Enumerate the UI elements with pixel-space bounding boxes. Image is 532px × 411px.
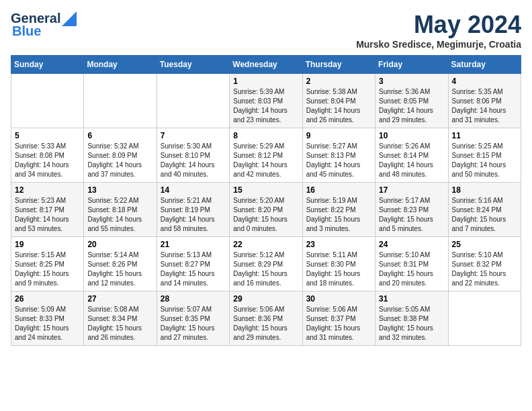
day-info: Sunrise: 5:17 AM Sunset: 8:23 PM Dayligh… [379, 196, 444, 234]
day-number: 13 [87, 185, 152, 195]
calendar-day-1: 1Sunrise: 5:39 AM Sunset: 8:03 PM Daylig… [230, 74, 302, 128]
day-number: 15 [233, 185, 298, 195]
day-number: 3 [379, 77, 444, 86]
calendar-day-16: 16Sunrise: 5:19 AM Sunset: 8:22 PM Dayli… [302, 183, 375, 237]
calendar-day-3: 3Sunrise: 5:36 AM Sunset: 8:05 PM Daylig… [375, 74, 448, 128]
calendar-day-5: 5Sunrise: 5:33 AM Sunset: 8:08 PM Daylig… [11, 128, 84, 183]
title-block: May 2024 Mursko Sredisce, Megimurje, Cro… [356, 11, 521, 50]
day-info: Sunrise: 5:11 AM Sunset: 8:30 PM Dayligh… [306, 250, 371, 288]
calendar-week-3: 12Sunrise: 5:23 AM Sunset: 8:17 PM Dayli… [11, 183, 521, 237]
calendar-day-23: 23Sunrise: 5:11 AM Sunset: 8:30 PM Dayli… [302, 237, 375, 291]
day-info: Sunrise: 5:13 AM Sunset: 8:27 PM Dayligh… [161, 250, 226, 288]
calendar-day-18: 18Sunrise: 5:16 AM Sunset: 8:24 PM Dayli… [448, 183, 521, 237]
day-number: 12 [15, 185, 80, 195]
day-info: Sunrise: 5:22 AM Sunset: 8:18 PM Dayligh… [87, 196, 152, 234]
day-number: 19 [15, 240, 80, 249]
month-title: May 2024 [356, 11, 521, 39]
day-number: 27 [87, 294, 152, 304]
calendar-header: SundayMondayTuesdayWednesdayThursdayFrid… [11, 56, 521, 74]
day-number: 22 [233, 240, 298, 249]
day-number: 2 [306, 77, 371, 86]
header-day-sunday: Sunday [11, 56, 84, 74]
calendar-day-29: 29Sunrise: 5:06 AM Sunset: 8:36 PM Dayli… [230, 291, 302, 346]
day-number: 20 [87, 240, 152, 249]
calendar-day-14: 14Sunrise: 5:21 AM Sunset: 8:19 PM Dayli… [157, 183, 229, 237]
day-number: 6 [87, 131, 152, 140]
day-info: Sunrise: 5:12 AM Sunset: 8:29 PM Dayligh… [233, 250, 298, 288]
calendar-day-empty [84, 74, 157, 128]
day-info: Sunrise: 5:19 AM Sunset: 8:22 PM Dayligh… [306, 196, 371, 234]
day-info: Sunrise: 5:10 AM Sunset: 8:32 PM Dayligh… [452, 250, 517, 288]
calendar-day-13: 13Sunrise: 5:22 AM Sunset: 8:18 PM Dayli… [84, 183, 157, 237]
calendar-day-27: 27Sunrise: 5:08 AM Sunset: 8:34 PM Dayli… [84, 291, 157, 346]
calendar-week-1: 1Sunrise: 5:39 AM Sunset: 8:03 PM Daylig… [11, 74, 521, 128]
day-info: Sunrise: 5:10 AM Sunset: 8:31 PM Dayligh… [379, 250, 444, 288]
day-info: Sunrise: 5:39 AM Sunset: 8:03 PM Dayligh… [233, 87, 298, 125]
header-day-friday: Friday [375, 56, 448, 74]
day-number: 8 [233, 131, 298, 140]
calendar-day-25: 25Sunrise: 5:10 AM Sunset: 8:32 PM Dayli… [448, 237, 521, 291]
day-info: Sunrise: 5:36 AM Sunset: 8:05 PM Dayligh… [379, 87, 444, 125]
calendar-day-15: 15Sunrise: 5:20 AM Sunset: 8:20 PM Dayli… [230, 183, 302, 237]
day-number: 29 [233, 294, 298, 304]
day-info: Sunrise: 5:06 AM Sunset: 8:37 PM Dayligh… [306, 305, 371, 342]
day-number: 18 [452, 185, 517, 195]
day-info: Sunrise: 5:16 AM Sunset: 8:24 PM Dayligh… [452, 196, 517, 234]
header-day-thursday: Thursday [302, 56, 375, 74]
svg-marker-0 [62, 11, 77, 26]
calendar-week-4: 19Sunrise: 5:15 AM Sunset: 8:25 PM Dayli… [11, 237, 521, 291]
day-number: 5 [15, 131, 80, 140]
day-number: 26 [15, 294, 80, 304]
day-number: 31 [379, 294, 444, 304]
day-number: 10 [379, 131, 444, 140]
calendar-day-empty [157, 74, 229, 128]
calendar-week-2: 5Sunrise: 5:33 AM Sunset: 8:08 PM Daylig… [11, 128, 521, 183]
calendar-day-12: 12Sunrise: 5:23 AM Sunset: 8:17 PM Dayli… [11, 183, 84, 237]
calendar-day-30: 30Sunrise: 5:06 AM Sunset: 8:37 PM Dayli… [302, 291, 375, 346]
day-number: 9 [306, 131, 371, 140]
page-header: General Blue May 2024 Mursko Sredisce, M… [11, 11, 521, 50]
calendar-day-10: 10Sunrise: 5:26 AM Sunset: 8:14 PM Dayli… [375, 128, 448, 183]
day-info: Sunrise: 5:35 AM Sunset: 8:06 PM Dayligh… [452, 87, 517, 125]
day-number: 16 [306, 185, 371, 195]
day-info: Sunrise: 5:05 AM Sunset: 8:38 PM Dayligh… [379, 305, 444, 342]
header-day-wednesday: Wednesday [230, 56, 302, 74]
calendar-day-28: 28Sunrise: 5:07 AM Sunset: 8:35 PM Dayli… [157, 291, 229, 346]
day-info: Sunrise: 5:29 AM Sunset: 8:12 PM Dayligh… [233, 142, 298, 179]
calendar-day-24: 24Sunrise: 5:10 AM Sunset: 8:31 PM Dayli… [375, 237, 448, 291]
header-day-tuesday: Tuesday [157, 56, 229, 74]
day-info: Sunrise: 5:32 AM Sunset: 8:09 PM Dayligh… [87, 142, 152, 179]
header-day-saturday: Saturday [448, 56, 521, 74]
calendar-week-5: 26Sunrise: 5:09 AM Sunset: 8:33 PM Dayli… [11, 291, 521, 346]
day-info: Sunrise: 5:07 AM Sunset: 8:35 PM Dayligh… [161, 305, 226, 342]
day-info: Sunrise: 5:15 AM Sunset: 8:25 PM Dayligh… [15, 250, 80, 288]
day-info: Sunrise: 5:23 AM Sunset: 8:17 PM Dayligh… [15, 196, 80, 234]
header-day-monday: Monday [84, 56, 157, 74]
day-number: 28 [161, 294, 226, 304]
day-number: 30 [306, 294, 371, 304]
calendar-day-6: 6Sunrise: 5:32 AM Sunset: 8:09 PM Daylig… [84, 128, 157, 183]
calendar-day-7: 7Sunrise: 5:30 AM Sunset: 8:10 PM Daylig… [157, 128, 229, 183]
day-number: 14 [161, 185, 226, 195]
day-info: Sunrise: 5:09 AM Sunset: 8:33 PM Dayligh… [15, 305, 80, 342]
logo-icon [62, 11, 77, 26]
logo-blue: Blue [12, 24, 41, 39]
day-info: Sunrise: 5:33 AM Sunset: 8:08 PM Dayligh… [15, 142, 80, 179]
day-info: Sunrise: 5:06 AM Sunset: 8:36 PM Dayligh… [233, 305, 298, 342]
day-info: Sunrise: 5:26 AM Sunset: 8:14 PM Dayligh… [379, 142, 444, 179]
day-info: Sunrise: 5:14 AM Sunset: 8:26 PM Dayligh… [87, 250, 152, 288]
calendar-day-11: 11Sunrise: 5:25 AM Sunset: 8:15 PM Dayli… [448, 128, 521, 183]
day-info: Sunrise: 5:25 AM Sunset: 8:15 PM Dayligh… [452, 142, 517, 179]
logo: General Blue [11, 11, 77, 39]
day-number: 11 [452, 131, 517, 140]
calendar-day-21: 21Sunrise: 5:13 AM Sunset: 8:27 PM Dayli… [157, 237, 229, 291]
calendar-day-empty [448, 291, 521, 346]
day-info: Sunrise: 5:27 AM Sunset: 8:13 PM Dayligh… [306, 142, 371, 179]
day-info: Sunrise: 5:38 AM Sunset: 8:04 PM Dayligh… [306, 87, 371, 125]
header-row: SundayMondayTuesdayWednesdayThursdayFrid… [11, 56, 521, 74]
day-number: 4 [452, 77, 517, 86]
calendar-day-8: 8Sunrise: 5:29 AM Sunset: 8:12 PM Daylig… [230, 128, 302, 183]
day-number: 24 [379, 240, 444, 249]
day-number: 7 [161, 131, 226, 140]
calendar-day-31: 31Sunrise: 5:05 AM Sunset: 8:38 PM Dayli… [375, 291, 448, 346]
